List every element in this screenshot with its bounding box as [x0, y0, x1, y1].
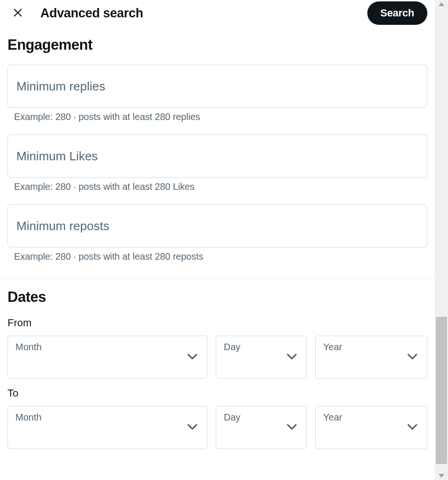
to-date-row: Month Day Year — [8, 406, 427, 449]
to-label: To — [8, 387, 427, 399]
scrollbar[interactable] — [435, 0, 448, 480]
select-label-day: Day — [224, 342, 241, 352]
chevron-down-icon — [405, 420, 419, 435]
select-label-year: Year — [323, 412, 342, 423]
from-month-select[interactable]: Month — [8, 336, 207, 379]
scroll-thumb[interactable] — [436, 317, 447, 464]
scroll-down-button[interactable] — [435, 472, 448, 480]
dates-title: Dates — [8, 289, 427, 306]
scroll-up-button[interactable] — [435, 0, 448, 8]
min-reposts-input[interactable] — [8, 204, 427, 248]
from-date-row: Month Day Year — [8, 336, 427, 379]
min-replies-input[interactable] — [8, 65, 427, 108]
min-reposts-hint: Example: 280 · posts with at least 280 r… — [14, 251, 427, 262]
select-label-year: Year — [323, 342, 342, 352]
select-label-month: Month — [15, 412, 42, 423]
page-title: Advanced search — [40, 6, 143, 21]
to-year-select[interactable]: Year — [315, 406, 427, 449]
modal-header: Advanced search Search — [0, 0, 435, 26]
from-label: From — [8, 317, 427, 329]
engagement-title: Engagement — [8, 37, 427, 53]
min-likes-hint: Example: 280 · posts with at least 280 L… — [14, 181, 427, 192]
chevron-down-icon — [285, 349, 299, 365]
search-button[interactable]: Search — [367, 1, 427, 25]
select-label-month: Month — [15, 342, 42, 352]
svg-marker-2 — [439, 2, 444, 6]
min-replies-hint: Example: 280 · posts with at least 280 r… — [14, 112, 427, 122]
close-button[interactable] — [9, 5, 26, 22]
dates-section: Dates From Month Day Year T — [0, 278, 435, 463]
from-year-select[interactable]: Year — [315, 336, 427, 379]
to-day-select[interactable]: Day — [216, 406, 307, 449]
chevron-down-icon — [185, 349, 199, 365]
to-month-select[interactable]: Month — [8, 406, 207, 449]
chevron-down-icon — [285, 420, 299, 435]
engagement-section: Engagement Example: 280 · posts with at … — [0, 26, 435, 272]
from-day-select[interactable]: Day — [216, 336, 307, 379]
chevron-down-icon — [185, 420, 199, 435]
min-likes-input[interactable] — [8, 135, 427, 178]
chevron-down-icon — [405, 349, 419, 365]
close-icon — [13, 8, 23, 19]
select-label-day: Day — [224, 412, 241, 423]
svg-marker-3 — [439, 474, 444, 478]
